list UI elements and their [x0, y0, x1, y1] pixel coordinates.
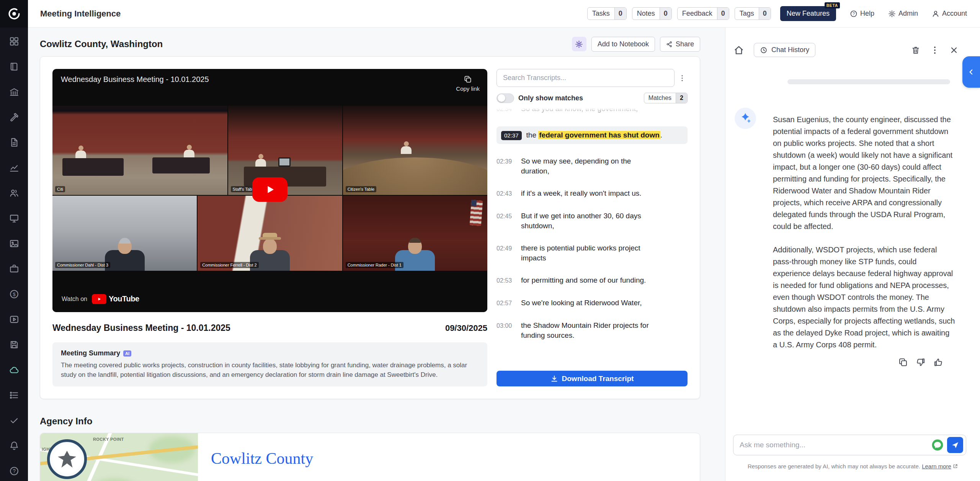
tasks-button[interactable]: Tasks0 [587, 7, 627, 20]
transcript-text: So as you all know, the government, [521, 108, 638, 114]
chat-history-button[interactable]: Chat History [754, 43, 815, 57]
trash-icon [911, 46, 920, 55]
notes-label: Notes [632, 8, 660, 20]
transcript-row[interactable]: 02:45 But if we get into another 30, 60 … [497, 211, 688, 231]
close-chat-button[interactable] [949, 46, 959, 55]
chat-share-button[interactable] [931, 439, 944, 451]
feed-label: Citi [55, 186, 65, 192]
match-suffix: . [660, 131, 662, 139]
app-root: $ ? Meeting Intelligence Tasks0 Notes0 F… [0, 0, 980, 481]
transcript-options-button[interactable] [677, 71, 688, 85]
sidebar-item-videos[interactable] [9, 314, 20, 324]
sidebar-item-media[interactable] [9, 238, 20, 249]
video-feed-room: Citi [52, 106, 227, 195]
kebab-icon [930, 46, 939, 55]
notes-button[interactable]: Notes0 [632, 7, 672, 20]
download-transcript-button[interactable]: Download Transcript [497, 371, 688, 386]
sidebar-item-tools[interactable] [9, 112, 20, 122]
sidebar-item-help[interactable]: ? [9, 466, 20, 476]
close-icon [949, 46, 959, 55]
send-button[interactable] [947, 437, 963, 453]
admin-button[interactable]: Admin [888, 10, 918, 18]
desk-decoration [62, 158, 124, 176]
chat-more-options-button[interactable] [930, 46, 939, 55]
settings-button[interactable] [572, 37, 586, 51]
question-icon: ? [9, 466, 19, 476]
chat-collapse-tab[interactable] [962, 56, 980, 88]
transcript-row[interactable]: 02:57 So we're looking at Riderwood Wate… [497, 298, 688, 308]
sidebar-item-finance[interactable]: $ [9, 289, 20, 299]
thumbs-up-button[interactable] [933, 357, 943, 367]
video-footer: Watch on YouTube [52, 286, 487, 312]
copy-link-button[interactable]: Copy link [456, 75, 480, 92]
cloud-icon [9, 365, 19, 375]
transcript-row[interactable]: 02:49 there is potential public works pr… [497, 243, 688, 263]
thumbs-down-button[interactable] [916, 357, 926, 367]
agency-info-title: Agency Info [40, 416, 725, 427]
transcript-timestamp: 02:49 [497, 243, 516, 263]
bell-icon [9, 441, 19, 451]
svg-text:?: ? [13, 468, 16, 474]
transcript-text: there is potential public works project … [521, 243, 661, 263]
sidebar-item-cloud[interactable] [9, 365, 20, 375]
feedback-count: 0 [717, 8, 729, 20]
new-features-label: New Features [787, 10, 830, 17]
video-header: Wednesday Business Meeting - 10.01.2025 … [52, 69, 487, 92]
share-label: Share [676, 40, 694, 48]
transcript-row-match[interactable]: 02:37 the federal government has shut do… [497, 126, 688, 144]
sidebar-item-people[interactable] [9, 188, 20, 198]
transcript-row[interactable]: 02:39 So we may see, depending on the du… [497, 156, 688, 176]
transcript-row[interactable]: 02:53 for permitting and some of our fun… [497, 275, 688, 286]
file-icon [9, 137, 19, 147]
tags-count: 0 [759, 8, 771, 20]
image-icon [9, 239, 19, 249]
watch-on-youtube-link[interactable]: YouTube [92, 294, 139, 304]
transcript-row[interactable]: 02:34 So as you all know, the government… [497, 108, 688, 114]
sidebar-item-notifications[interactable] [9, 440, 20, 451]
sidebar-item-saved[interactable] [9, 339, 20, 350]
chat-home-button[interactable] [733, 44, 745, 56]
new-features-button[interactable]: New FeaturesBETA [780, 6, 836, 21]
tags-button[interactable]: Tags0 [735, 7, 771, 20]
sidebar-item-tasks[interactable] [9, 415, 20, 425]
transcript-text: the Shadow Mountain Rider projects for f… [521, 321, 661, 340]
learn-more-link[interactable]: Learn more [922, 463, 951, 470]
chat-header-actions [911, 46, 959, 55]
feedback-label: Feedback [678, 8, 717, 20]
only-show-matches-toggle[interactable] [497, 93, 514, 103]
main-content: Cowlitz County, Washington Add to Notebo… [28, 28, 725, 481]
account-button[interactable]: Account [932, 10, 967, 18]
matches-badge[interactable]: Matches2 [644, 93, 688, 103]
ai-badge: AI [123, 350, 131, 357]
delete-chat-button[interactable] [911, 46, 920, 55]
feedback-button[interactable]: Feedback0 [677, 7, 729, 20]
search-transcripts-input[interactable] [497, 69, 675, 87]
help-button[interactable]: ?Help [850, 10, 874, 18]
agency-card: ROCKY POINT IGHTS Cowlitz County [40, 433, 700, 481]
sidebar-item-library[interactable] [9, 61, 20, 72]
transcript-row[interactable]: 02:43 if it's a week, it really won't im… [497, 188, 688, 199]
feed-label: Commissioner Ferrell - Dist 2 [200, 262, 258, 268]
add-to-notebook-button[interactable]: Add to Notebook [591, 37, 655, 52]
sidebar-item-analytics[interactable] [9, 162, 20, 173]
chat-history-label: Chat History [771, 46, 809, 54]
sidebar-item-dashboard[interactable] [9, 36, 20, 46]
sidebar-item-agencies[interactable] [9, 87, 20, 97]
sidebar-item-projects[interactable] [9, 263, 20, 274]
youtube-play-button[interactable] [252, 177, 287, 202]
transcript-filter-row: Only show matches Matches2 [497, 93, 688, 103]
hammer-icon [9, 112, 19, 122]
sidebar-item-lists[interactable] [9, 390, 20, 400]
video-feed-commissioner-dahl: Commissioner Dahl - Dist 3 [52, 196, 197, 271]
copy-response-button[interactable] [898, 357, 908, 367]
sidebar-item-documents[interactable] [9, 137, 20, 147]
share-button[interactable]: Share [660, 37, 700, 52]
copy-icon [898, 357, 908, 367]
video-feed-commissioner-rader: Commissioner Rader - Dist 1 [343, 196, 487, 271]
ai-sparkle-icon [739, 112, 752, 125]
chat-input[interactable] [740, 441, 928, 449]
transcript-row[interactable]: 03:00 the Shadow Mountain Rider projects… [497, 321, 688, 340]
transcript-text: the federal government has shut down. [526, 130, 663, 140]
sidebar-item-meetings[interactable] [9, 213, 20, 223]
video-player[interactable]: Wednesday Business Meeting - 10.01.2025 … [52, 69, 487, 312]
